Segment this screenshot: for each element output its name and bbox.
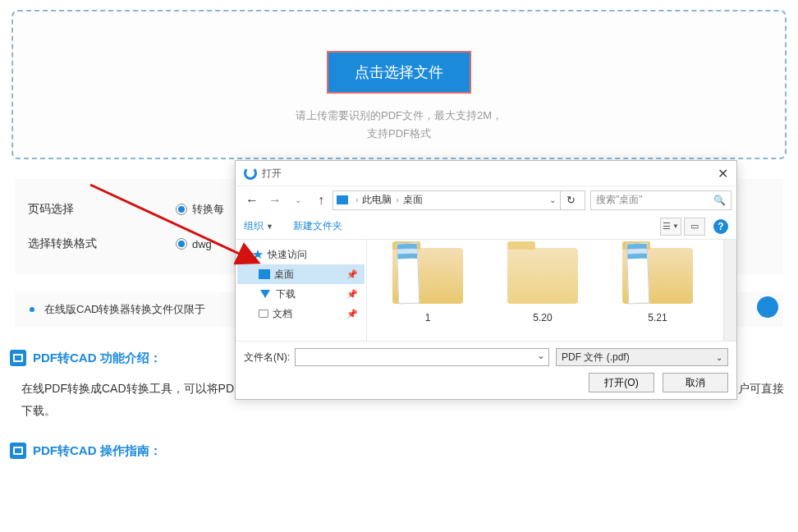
organize-menu[interactable]: 组织▼ bbox=[244, 219, 273, 233]
folder-item[interactable]: 5.21 bbox=[600, 248, 715, 323]
scrollbar[interactable] bbox=[723, 240, 736, 341]
chevron-down-icon: ▼ bbox=[266, 222, 273, 231]
cancel-button[interactable]: 取消 bbox=[663, 373, 728, 392]
star-icon bbox=[252, 250, 264, 259]
dialog-footer: 文件名(N): PDF 文件 (.pdf) ⌄ 打开(O) 取消 bbox=[236, 341, 736, 399]
tree-item-documents[interactable]: 文档 📌 bbox=[237, 304, 365, 323]
new-folder-button[interactable]: 新建文件夹 bbox=[293, 219, 342, 233]
preview-pane-button[interactable]: ▭ bbox=[684, 218, 705, 236]
format-option-dwg-label: dwg bbox=[192, 238, 212, 250]
filter-text: PDF 文件 (.pdf) bbox=[562, 351, 630, 365]
chevron-down-icon: ⌄ bbox=[716, 353, 722, 362]
folder-icon bbox=[392, 248, 463, 304]
refresh-icon[interactable]: ↻ bbox=[560, 191, 581, 209]
tree-label: 快速访问 bbox=[268, 248, 307, 262]
dialog-title-text: 打开 bbox=[262, 167, 718, 181]
search-icon: 🔍 bbox=[713, 195, 726, 206]
radio-icon bbox=[176, 238, 187, 250]
nav-forward-icon[interactable]: → bbox=[264, 193, 287, 208]
chevron-down-icon: ⌄ bbox=[242, 250, 252, 259]
upload-hint-line2: 支持PDF格式 bbox=[30, 125, 768, 143]
upload-dropzone[interactable]: 点击选择文件 请上传需要识别的PDF文件，最大支持2M， 支持PDF格式 bbox=[11, 10, 787, 159]
file-open-dialog: 打开 ✕ ← → ⌄ ↑ › 此电脑 › 桌面 ⌄ ↻ 搜索"桌面" 🔍 组织▼… bbox=[235, 160, 737, 400]
folder-icon bbox=[622, 248, 693, 304]
tree-item-quick-access[interactable]: ⌄ 快速访问 bbox=[237, 245, 365, 264]
download-icon bbox=[260, 290, 270, 298]
format-option-dwg[interactable]: dwg bbox=[176, 238, 212, 250]
folder-item[interactable]: 5.20 bbox=[485, 248, 600, 323]
guide-heading: PDF转CAD 操作指南： bbox=[10, 443, 783, 459]
document-icon bbox=[10, 350, 26, 366]
dialog-titlebar: 打开 ✕ bbox=[236, 161, 736, 186]
folder-tree: ⌄ 快速访问 桌面 📌 下载 📌 文档 📌 bbox=[236, 240, 367, 341]
format-select-label: 选择转换格式 bbox=[28, 236, 176, 251]
nav-history-icon[interactable]: ⌄ bbox=[287, 195, 310, 204]
bullet-icon bbox=[30, 307, 34, 312]
tree-label: 桌面 bbox=[274, 268, 294, 282]
search-placeholder: 搜索"桌面" bbox=[596, 193, 643, 207]
chevron-right-icon: › bbox=[355, 195, 358, 204]
upload-hint-line1: 请上传需要识别的PDF文件，最大支持2M， bbox=[30, 107, 768, 125]
folder-name: 5.21 bbox=[600, 312, 715, 323]
view-mode-button[interactable]: ☰ ▼ bbox=[660, 218, 681, 236]
tree-label: 文档 bbox=[273, 307, 292, 321]
radio-icon bbox=[176, 204, 187, 215]
list-icon bbox=[10, 443, 26, 459]
folder-name: 5.20 bbox=[485, 312, 600, 323]
app-logo-icon bbox=[244, 167, 257, 180]
folder-icon bbox=[259, 310, 268, 318]
monitor-icon bbox=[259, 269, 270, 279]
tree-item-desktop[interactable]: 桌面 📌 bbox=[237, 264, 365, 284]
page-option-all-label: 转换每 bbox=[192, 202, 224, 217]
folder-name: 1 bbox=[370, 312, 485, 323]
path-segment-current[interactable]: 桌面 bbox=[403, 193, 423, 207]
chevron-down-icon[interactable]: ⌄ bbox=[545, 195, 560, 204]
filename-label: 文件名(N): bbox=[244, 351, 290, 365]
notice-action-button[interactable] bbox=[757, 296, 778, 318]
open-button[interactable]: 打开(O) bbox=[589, 373, 654, 392]
search-input[interactable]: 搜索"桌面" 🔍 bbox=[590, 190, 732, 210]
file-type-filter[interactable]: PDF 文件 (.pdf) ⌄ bbox=[556, 348, 728, 366]
folder-item[interactable]: 1 bbox=[370, 248, 485, 323]
path-segment-root[interactable]: 此电脑 bbox=[362, 193, 392, 207]
help-icon[interactable]: ? bbox=[713, 219, 728, 234]
pin-icon: 📌 bbox=[346, 309, 365, 319]
nav-back-icon[interactable]: ← bbox=[241, 193, 264, 208]
page-option-all[interactable]: 转换每 bbox=[176, 202, 224, 217]
file-list: 1 5.20 5.21 bbox=[367, 240, 723, 341]
tree-label: 下载 bbox=[276, 287, 296, 301]
filename-input[interactable] bbox=[295, 348, 549, 366]
notice-text: 在线版CAD转换器转换文件仅限于 bbox=[44, 302, 205, 317]
dialog-navbar: ← → ⌄ ↑ › 此电脑 › 桌面 ⌄ ↻ 搜索"桌面" 🔍 bbox=[236, 186, 736, 213]
address-bar[interactable]: › 此电脑 › 桌面 ⌄ ↻ bbox=[332, 190, 585, 210]
nav-up-icon[interactable]: ↑ bbox=[310, 193, 332, 208]
page-select-label: 页码选择 bbox=[28, 202, 176, 217]
pin-icon: 📌 bbox=[346, 269, 365, 280]
monitor-icon bbox=[337, 195, 348, 204]
select-file-button[interactable]: 点击选择文件 bbox=[327, 51, 471, 94]
chevron-right-icon: › bbox=[396, 195, 398, 204]
close-icon[interactable]: ✕ bbox=[718, 166, 728, 181]
pin-icon: 📌 bbox=[346, 289, 365, 300]
folder-icon bbox=[507, 248, 578, 304]
guide-title: PDF转CAD 操作指南： bbox=[33, 443, 162, 459]
dialog-toolbar: 组织▼ 新建文件夹 ☰ ▼ ▭ ? bbox=[236, 213, 736, 240]
tree-item-downloads[interactable]: 下载 📌 bbox=[237, 284, 365, 304]
intro-title: PDF转CAD 功能介绍： bbox=[33, 351, 162, 366]
